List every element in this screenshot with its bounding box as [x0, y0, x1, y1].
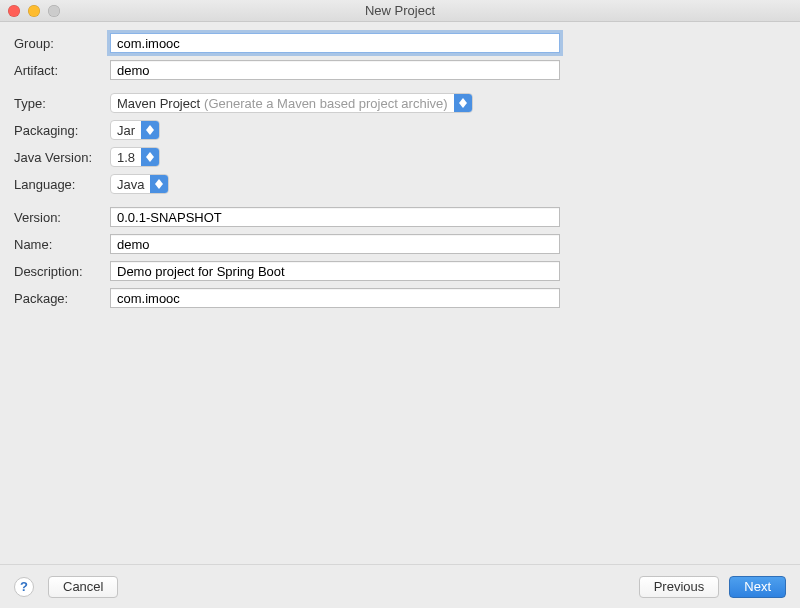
- next-button[interactable]: Next: [729, 576, 786, 598]
- updown-icon: [141, 121, 159, 139]
- packaging-select-value: Jar: [117, 123, 135, 138]
- type-select-value: Maven Project: [117, 96, 200, 111]
- window-title: New Project: [0, 3, 800, 18]
- updown-icon: [454, 94, 472, 112]
- java-version-select-value: 1.8: [117, 150, 135, 165]
- name-input[interactable]: [110, 234, 560, 254]
- updown-icon: [141, 148, 159, 166]
- help-button[interactable]: ?: [14, 577, 34, 597]
- type-select[interactable]: Maven Project (Generate a Maven based pr…: [110, 93, 473, 113]
- cancel-button[interactable]: Cancel: [48, 576, 118, 598]
- packaging-select[interactable]: Jar: [110, 120, 160, 140]
- package-input[interactable]: [110, 288, 560, 308]
- name-label: Name:: [14, 237, 110, 252]
- titlebar: New Project: [0, 0, 800, 22]
- window-controls: [0, 5, 60, 17]
- artifact-label: Artifact:: [14, 63, 110, 78]
- java-version-label: Java Version:: [14, 150, 110, 165]
- updown-icon: [150, 175, 168, 193]
- packaging-label: Packaging:: [14, 123, 110, 138]
- zoom-window-button[interactable]: [48, 5, 60, 17]
- type-label: Type:: [14, 96, 110, 111]
- close-window-button[interactable]: [8, 5, 20, 17]
- minimize-window-button[interactable]: [28, 5, 40, 17]
- version-input[interactable]: [110, 207, 560, 227]
- group-label: Group:: [14, 36, 110, 51]
- version-label: Version:: [14, 210, 110, 225]
- language-label: Language:: [14, 177, 110, 192]
- description-label: Description:: [14, 264, 110, 279]
- type-select-hint: (Generate a Maven based project archive): [204, 96, 448, 111]
- language-select[interactable]: Java: [110, 174, 169, 194]
- artifact-input[interactable]: [110, 60, 560, 80]
- package-label: Package:: [14, 291, 110, 306]
- description-input[interactable]: [110, 261, 560, 281]
- language-select-value: Java: [117, 177, 144, 192]
- form: Group: Artifact: Type: Maven Project (Ge…: [0, 22, 800, 309]
- group-input[interactable]: [110, 33, 560, 53]
- java-version-select[interactable]: 1.8: [110, 147, 160, 167]
- button-bar: ? Cancel Previous Next: [0, 564, 800, 608]
- previous-button[interactable]: Previous: [639, 576, 720, 598]
